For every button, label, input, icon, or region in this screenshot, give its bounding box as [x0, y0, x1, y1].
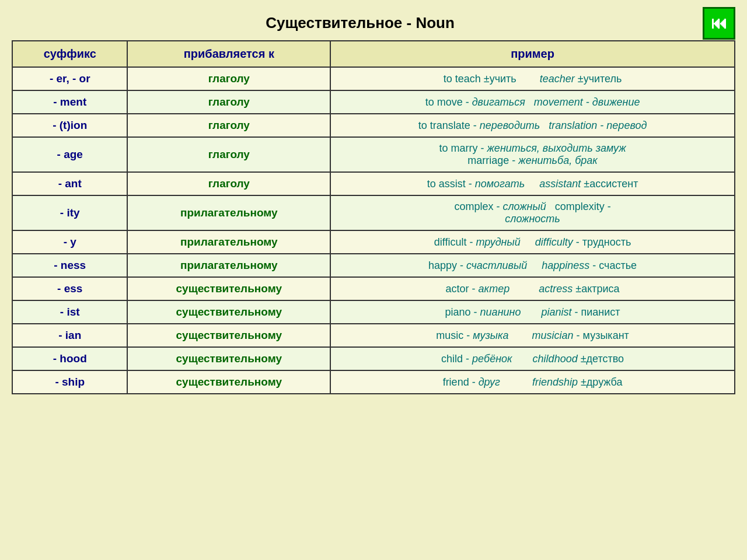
suffix-cell: - (t)ion	[12, 114, 127, 137]
suffix-cell: - ity	[12, 195, 127, 230]
page-wrapper: Существительное - Noun ⏮ суффикс прибавл…	[12, 6, 735, 394]
added-to-cell: глаголу	[127, 114, 330, 137]
table-row: - shipсуществительномуfriend - друг frie…	[12, 370, 735, 394]
table-row: - antглаголуto assist - помогать assista…	[12, 172, 735, 195]
suffix-cell: - hood	[12, 347, 127, 370]
table-header-row: суффикс прибавляется к пример	[12, 41, 735, 67]
suffix-cell: - y	[12, 230, 127, 254]
example-cell: friend - друг friendship ±дружба	[330, 370, 735, 394]
example-cell: to teach ±учить teacher ±учитель	[330, 67, 735, 90]
added-to-cell: глаголу	[127, 172, 330, 195]
noun-suffixes-table: суффикс прибавляется к пример - er, - or…	[12, 40, 735, 394]
suffix-cell: - ship	[12, 370, 127, 394]
suffix-cell: - er, - or	[12, 67, 127, 90]
table-row: - ityприлагательномуcomplex - сложный co…	[12, 195, 735, 230]
added-to-cell: прилагательному	[127, 254, 330, 277]
table-row: - mentглаголуto move - двигаться movemen…	[12, 90, 735, 114]
page-title: Существительное - Noun	[266, 14, 455, 32]
example-cell: to move - двигаться movement - движение	[330, 90, 735, 114]
added-to-cell: существительному	[127, 370, 330, 394]
title-bar: Существительное - Noun ⏮	[12, 6, 735, 40]
table-row: - ianсуществительномуmusic - музыка musi…	[12, 324, 735, 347]
suffix-cell: - ant	[12, 172, 127, 195]
example-cell: happy - счастливый happiness - счастье	[330, 254, 735, 277]
added-to-cell: существительному	[127, 300, 330, 324]
table-row: - nessприлагательномуhappy - счастливый …	[12, 254, 735, 277]
suffix-cell: - ness	[12, 254, 127, 277]
nav-back-button[interactable]: ⏮	[703, 7, 735, 40]
table-row: - ageглаголуto marry - жениться, выходит…	[12, 137, 735, 172]
example-cell: piano - пианино pianist - пианист	[330, 300, 735, 324]
table-row: - hoodсуществительномуchild - ребёнок ch…	[12, 347, 735, 370]
table-row: - (t)ionглаголуto translate - переводить…	[12, 114, 735, 137]
suffix-cell: - ian	[12, 324, 127, 347]
col-example: пример	[330, 41, 735, 67]
example-cell: difficult - трудный difficulty - труднос…	[330, 230, 735, 254]
example-cell: child - ребёнок childhood ±детство	[330, 347, 735, 370]
example-cell: to assist - помогать assistant ±ассистен…	[330, 172, 735, 195]
table-row: - er, - orглаголуto teach ±учить teacher…	[12, 67, 735, 90]
added-to-cell: глаголу	[127, 137, 330, 172]
example-cell: actor - актер actress ±актриса	[330, 277, 735, 300]
added-to-cell: глаголу	[127, 90, 330, 114]
added-to-cell: прилагательному	[127, 195, 330, 230]
table-row: - essсуществительномуactor - актер actre…	[12, 277, 735, 300]
suffix-cell: - age	[12, 137, 127, 172]
col-suffix: суффикс	[12, 41, 127, 67]
suffix-cell: - ment	[12, 90, 127, 114]
suffix-cell: - ist	[12, 300, 127, 324]
example-cell: music - музыка musician - музыкант	[330, 324, 735, 347]
added-to-cell: существительному	[127, 324, 330, 347]
example-cell: to marry - жениться, выходить замужmarri…	[330, 137, 735, 172]
example-cell: to translate - переводить translation - …	[330, 114, 735, 137]
suffix-cell: - ess	[12, 277, 127, 300]
back-icon: ⏮	[711, 13, 727, 33]
added-to-cell: глаголу	[127, 67, 330, 90]
example-cell: complex - сложный complexity -сложность	[330, 195, 735, 230]
added-to-cell: существительному	[127, 277, 330, 300]
added-to-cell: существительному	[127, 347, 330, 370]
col-added-to: прибавляется к	[127, 41, 330, 67]
added-to-cell: прилагательному	[127, 230, 330, 254]
table-row: - yприлагательномуdifficult - трудный di…	[12, 230, 735, 254]
table-row: - istсуществительномуpiano - пианино pia…	[12, 300, 735, 324]
